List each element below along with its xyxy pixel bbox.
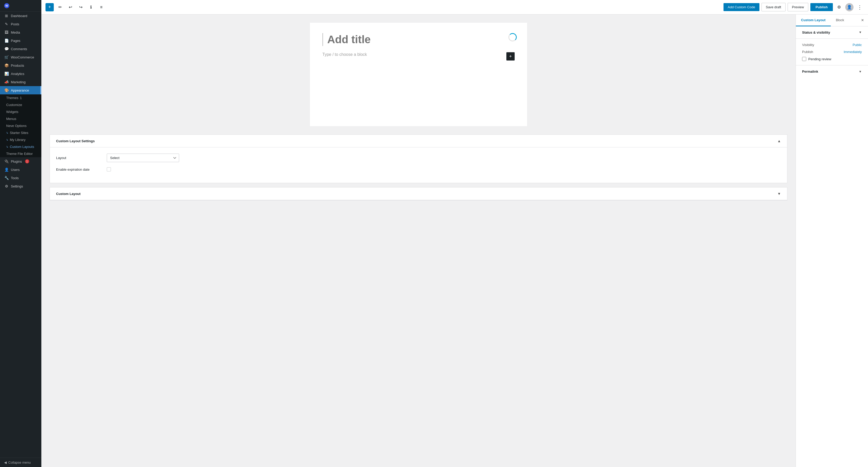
sidebar: W ⊞ Dashboard ✎ Posts 🖼 Media 📄 Pages 💬 … <box>0 0 41 467</box>
sidebar-item-settings[interactable]: ⚙ Settings <box>0 182 41 190</box>
add-block-inline-button[interactable]: + <box>506 52 515 60</box>
sidebar-subitem-customize[interactable]: Customize <box>0 101 41 108</box>
sidebar-item-users[interactable]: 👤 Users <box>0 166 41 174</box>
sidebar-item-label: Analytics <box>11 72 24 76</box>
status-visibility-chevron-icon: ▲ <box>859 31 862 34</box>
expiration-checkbox[interactable] <box>107 167 111 171</box>
sidebar-item-label: Posts <box>11 22 20 26</box>
publish-value[interactable]: Immediately <box>844 50 862 54</box>
sidebar-item-label: Pages <box>11 39 21 43</box>
content-area: Type / to choose a block + Custom Layout… <box>41 14 868 467</box>
appearance-submenu: Themes 1 Customize Widgets Menus Neve Op… <box>0 94 41 157</box>
right-panel-header: Custom Layout Block × <box>796 14 868 26</box>
sidebar-item-marketing[interactable]: 📣 Marketing <box>0 78 41 86</box>
more-options-button[interactable]: ⋮ <box>856 3 864 11</box>
layout-label: Layout <box>56 156 103 160</box>
sidebar-item-analytics[interactable]: 📊 Analytics <box>0 69 41 78</box>
analytics-icon: 📊 <box>4 71 9 76</box>
publish-button[interactable]: Publish <box>810 3 833 11</box>
custom-layout-settings-body: Layout Select Header Footer Custom Enabl… <box>50 147 787 183</box>
sidebar-item-plugins[interactable]: 🔌 Plugins 1 <box>0 157 41 166</box>
sidebar-item-comments[interactable]: 💬 Comments <box>0 45 41 53</box>
sidebar-subitem-widgets[interactable]: Widgets <box>0 108 41 115</box>
main-area: + ✏ ↩ ↪ ℹ ≡ Add Custom Code Save draft P… <box>41 0 868 467</box>
sidebar-item-tools[interactable]: 🔧 Tools <box>0 174 41 182</box>
editor-settings-button[interactable]: ⚙ <box>835 3 843 11</box>
status-visibility-header[interactable]: Status & visibility ▲ <box>796 26 868 39</box>
sidebar-item-label: Dashboard <box>11 14 27 18</box>
sidebar-item-media[interactable]: 🖼 Media <box>0 28 41 36</box>
pending-review-row: Pending review <box>802 57 862 61</box>
custom-layouts-arrow: ↳ <box>6 145 8 148</box>
sidebar-subitem-neve-options[interactable]: Neve Options <box>0 122 41 129</box>
comments-icon: 💬 <box>4 47 9 51</box>
sidebar-subitem-my-library[interactable]: ↳ My Library <box>0 136 41 143</box>
layout-row: Layout Select Header Footer Custom <box>56 154 781 162</box>
permalink-header[interactable]: Permalink ▼ <box>796 65 868 78</box>
custom-layout-panel: Custom Layout ▼ <box>50 187 787 200</box>
pages-icon: 📄 <box>4 38 9 43</box>
sidebar-subitem-theme-file-editor[interactable]: Theme File Editor <box>0 150 41 157</box>
redo-button[interactable]: ↪ <box>76 3 85 11</box>
custom-layout-panel-header[interactable]: Custom Layout ▼ <box>50 187 787 200</box>
sidebar-item-posts[interactable]: ✎ Posts <box>0 20 41 28</box>
tab-block[interactable]: Block <box>831 14 849 26</box>
undo-button[interactable]: ↩ <box>66 3 74 11</box>
custom-layout-settings-header[interactable]: Custom Layout Settings ▲ <box>50 135 787 147</box>
publish-row: Publish Immediately <box>802 50 862 54</box>
pending-review-checkbox[interactable] <box>802 57 806 61</box>
editor-body-area: Type / to choose a block + <box>322 52 515 60</box>
tools-label: Tools <box>11 176 19 180</box>
right-panel: Custom Layout Block × Status & visibilit… <box>796 14 868 467</box>
editor-title-input[interactable] <box>322 33 515 46</box>
custom-layout-settings-chevron-icon: ▲ <box>777 139 781 143</box>
sidebar-subitem-menus[interactable]: Menus <box>0 115 41 122</box>
sidebar-subitem-starter-sites[interactable]: ↳ Starter Sites <box>0 129 41 136</box>
starter-sites-arrow: ↳ <box>6 132 8 134</box>
sidebar-item-pages[interactable]: 📄 Pages <box>0 36 41 45</box>
preview-button[interactable]: Preview <box>787 3 808 11</box>
sidebar-logo: W <box>0 0 41 12</box>
dashboard-icon: ⊞ <box>4 14 9 18</box>
starter-sites-label: Starter Sites <box>10 131 28 135</box>
status-visibility-title: Status & visibility <box>802 30 830 34</box>
add-custom-code-button[interactable]: Add Custom Code <box>723 3 759 11</box>
visibility-value[interactable]: Public <box>853 43 862 47</box>
permalink-title: Permalink <box>802 69 818 74</box>
edit-button[interactable]: ✏ <box>56 3 64 11</box>
save-draft-button[interactable]: Save draft <box>762 3 785 11</box>
custom-layout-settings-panel: Custom Layout Settings ▲ Layout Select H… <box>50 135 787 183</box>
expiration-row: Enable expiration date <box>56 167 781 171</box>
collapse-arrow-icon: ◀ <box>4 461 7 464</box>
posts-icon: ✎ <box>4 22 9 26</box>
themes-badge: 1 <box>20 96 22 100</box>
status-visibility-body: Visibility Public Publish Immediately Pe… <box>796 39 868 65</box>
right-panel-close-button[interactable]: × <box>857 14 868 26</box>
woocommerce-icon: 🛒 <box>4 55 9 59</box>
info-button[interactable]: ℹ <box>87 3 95 11</box>
add-block-button[interactable]: + <box>45 3 54 11</box>
collapse-menu[interactable]: ◀ Collapse menu <box>0 458 41 467</box>
custom-layout-panel-title: Custom Layout <box>56 192 81 196</box>
tools-icon: 🔧 <box>4 176 9 180</box>
tab-custom-layout[interactable]: Custom Layout <box>796 14 831 26</box>
user-avatar[interactable]: 👤 <box>845 3 854 11</box>
sidebar-item-products[interactable]: 📦 Products <box>0 61 41 69</box>
list-view-button[interactable]: ≡ <box>97 3 105 11</box>
appearance-icon: 🎨 <box>4 88 9 92</box>
editor-body-text[interactable]: Type / to choose a block <box>322 52 502 57</box>
custom-layouts-label: Custom Layouts <box>10 145 34 149</box>
plugins-icon: 🔌 <box>4 159 9 164</box>
sidebar-item-label: Products <box>11 64 24 67</box>
plugins-badge: 1 <box>25 159 29 164</box>
sidebar-subitem-custom-layouts[interactable]: ↳ Custom Layouts <box>0 143 41 150</box>
layout-select[interactable]: Select Header Footer Custom <box>107 154 179 162</box>
publish-label: Publish <box>802 50 813 54</box>
settings-label: Settings <box>11 184 23 188</box>
sidebar-item-appearance[interactable]: 🎨 Appearance <box>0 86 41 94</box>
sidebar-item-dashboard[interactable]: ⊞ Dashboard <box>0 12 41 20</box>
my-library-arrow: ↳ <box>6 138 8 141</box>
plugins-label: Plugins <box>11 159 22 164</box>
sidebar-item-woocommerce[interactable]: 🛒 WooCommerce <box>0 53 41 61</box>
sidebar-subitem-themes[interactable]: Themes 1 <box>0 94 41 101</box>
